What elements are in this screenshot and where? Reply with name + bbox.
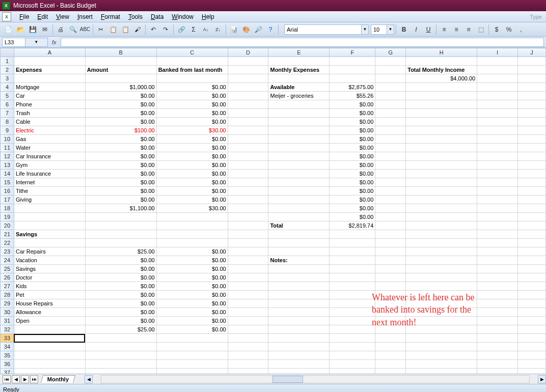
- cell-J3[interactable]: [518, 74, 546, 83]
- cell-B11[interactable]: $0.00: [85, 144, 156, 152]
- cell-A34[interactable]: [14, 343, 85, 351]
- cell-F20[interactable]: $2,819.74: [330, 221, 375, 230]
- chevron-down-icon[interactable]: ▼: [25, 38, 48, 46]
- cell-A23[interactable]: Car Repairs: [14, 247, 85, 256]
- cell-J25[interactable]: [518, 265, 546, 273]
- col-header-J[interactable]: J: [518, 48, 546, 57]
- cell-G4[interactable]: [375, 83, 406, 92]
- cell-I21[interactable]: [477, 230, 518, 239]
- cell-J28[interactable]: [518, 291, 546, 299]
- cell-J10[interactable]: [518, 135, 546, 144]
- cut-icon[interactable]: ✂: [95, 24, 106, 35]
- cell-C3[interactable]: [156, 74, 228, 83]
- chevron-down-icon[interactable]: ▼: [361, 25, 368, 34]
- cell-J21[interactable]: [518, 230, 546, 239]
- cell-C16[interactable]: $0.00: [156, 187, 228, 195]
- cell-C12[interactable]: $0.00: [156, 152, 228, 161]
- col-header-G[interactable]: G: [375, 48, 406, 57]
- cell-D2[interactable]: [228, 66, 268, 74]
- cell-F7[interactable]: $0.00: [330, 109, 375, 118]
- cell-H1[interactable]: [406, 57, 477, 66]
- cell-B5[interactable]: $0.00: [85, 92, 156, 100]
- cell-F28[interactable]: [330, 291, 375, 299]
- cell-E31[interactable]: [268, 317, 330, 325]
- cell-J18[interactable]: [518, 204, 546, 213]
- font-name-input[interactable]: [285, 25, 361, 34]
- cell-C20[interactable]: [156, 221, 228, 230]
- cell-F13[interactable]: $0.00: [330, 161, 375, 170]
- cell-G18[interactable]: [375, 204, 406, 213]
- cell-B19[interactable]: [85, 213, 156, 221]
- cell-H14[interactable]: [406, 170, 477, 178]
- cell-C29[interactable]: $0.00: [156, 299, 228, 308]
- cell-I2[interactable]: [477, 66, 518, 74]
- cell-B24[interactable]: $0.00: [85, 256, 156, 265]
- cell-A28[interactable]: Pet: [14, 291, 85, 299]
- cell-B4[interactable]: $1,000.00: [85, 83, 156, 92]
- cell-C2[interactable]: Banked from last month: [156, 66, 228, 74]
- cell-H37[interactable]: [406, 369, 477, 374]
- cell-I11[interactable]: [477, 144, 518, 152]
- cell-J22[interactable]: [518, 239, 546, 247]
- cell-C33[interactable]: [156, 334, 228, 343]
- sheet-tab-monthly[interactable]: Monthly: [41, 375, 75, 383]
- cell-E37[interactable]: [268, 369, 330, 374]
- cell-E16[interactable]: [268, 187, 330, 195]
- cell-G7[interactable]: [375, 109, 406, 118]
- cell-B10[interactable]: $0.00: [85, 135, 156, 144]
- cell-H5[interactable]: [406, 92, 477, 100]
- cell-B15[interactable]: $0.00: [85, 178, 156, 187]
- cell-B33[interactable]: [85, 334, 156, 343]
- menu-tools[interactable]: Tools: [124, 12, 147, 22]
- select-all-corner[interactable]: [1, 48, 14, 57]
- col-header-B[interactable]: B: [85, 48, 156, 57]
- cell-D22[interactable]: [228, 239, 268, 247]
- cell-I6[interactable]: [477, 100, 518, 109]
- cell-B34[interactable]: [85, 343, 156, 351]
- row-header-7[interactable]: 7: [1, 109, 14, 118]
- row-header-2[interactable]: 2: [1, 66, 14, 74]
- cell-I24[interactable]: [477, 256, 518, 265]
- cell-C4[interactable]: $0.00: [156, 83, 228, 92]
- cell-H9[interactable]: [406, 126, 477, 135]
- cell-G37[interactable]: [375, 369, 406, 374]
- cell-C37[interactable]: [156, 369, 228, 374]
- cell-A24[interactable]: Vacation: [14, 256, 85, 265]
- scroll-right-icon[interactable]: ▶: [538, 375, 546, 383]
- cell-D26[interactable]: [228, 273, 268, 282]
- cell-H25[interactable]: [406, 265, 477, 273]
- cell-I25[interactable]: [477, 265, 518, 273]
- cell-B35[interactable]: [85, 351, 156, 360]
- sort-asc-icon[interactable]: A↓: [200, 24, 211, 35]
- row-header-28[interactable]: 28: [1, 291, 14, 299]
- menu-insert[interactable]: Insert: [73, 12, 97, 22]
- cell-F30[interactable]: [330, 308, 375, 317]
- cell-G33[interactable]: [375, 334, 406, 343]
- row-header-12[interactable]: 12: [1, 152, 14, 161]
- cell-A25[interactable]: Savings: [14, 265, 85, 273]
- cell-F17[interactable]: $0.00: [330, 195, 375, 204]
- cell-D31[interactable]: [228, 317, 268, 325]
- cell-J36[interactable]: [518, 360, 546, 369]
- cell-A37[interactable]: [14, 369, 85, 374]
- italic-icon[interactable]: I: [411, 24, 422, 35]
- menu-edit[interactable]: Edit: [33, 12, 52, 22]
- cell-E24[interactable]: Notes:: [268, 256, 330, 265]
- tab-first-icon[interactable]: ⏮: [3, 375, 11, 383]
- tab-next-icon[interactable]: ▶: [21, 375, 29, 383]
- cell-F27[interactable]: [330, 282, 375, 291]
- cell-J11[interactable]: [518, 144, 546, 152]
- cell-I19[interactable]: [477, 213, 518, 221]
- doc-icon[interactable]: X: [2, 12, 11, 21]
- cell-H3[interactable]: $4,000.00: [406, 74, 477, 83]
- cell-H19[interactable]: [406, 213, 477, 221]
- cell-B14[interactable]: $0.00: [85, 170, 156, 178]
- cell-D13[interactable]: [228, 161, 268, 170]
- row-header-18[interactable]: 18: [1, 204, 14, 213]
- cell-J12[interactable]: [518, 152, 546, 161]
- cell-J17[interactable]: [518, 195, 546, 204]
- sheet-area[interactable]: ABCDEFGHIJ12ExpensesAmountBanked from la…: [0, 48, 546, 374]
- cell-I13[interactable]: [477, 161, 518, 170]
- row-header-19[interactable]: 19: [1, 213, 14, 221]
- cell-D27[interactable]: [228, 282, 268, 291]
